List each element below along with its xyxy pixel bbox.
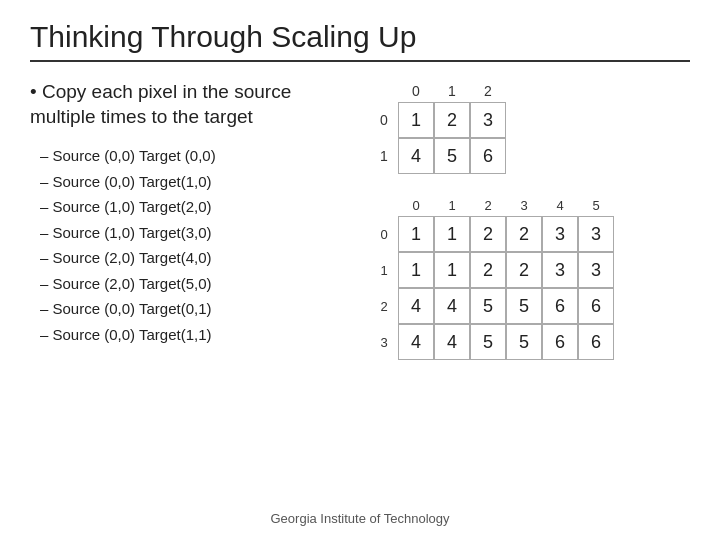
source-col-header: 2 (470, 80, 506, 102)
target-col-header: 2 (470, 194, 506, 216)
target-cell: 1 (434, 252, 470, 288)
target-col-header: 3 (506, 194, 542, 216)
table-row: 1112233 (370, 252, 614, 288)
right-column: 012 01231456 012345 (370, 80, 690, 501)
target-cell: 4 (398, 324, 434, 360)
table-row: 0123 (370, 102, 506, 138)
source-cell: 5 (434, 138, 470, 174)
target-row-label: 2 (370, 288, 398, 324)
target-grid-wrapper: 012345 0112233111223324455663445566 (370, 194, 614, 360)
target-cell: 6 (578, 324, 614, 360)
target-grid-container: 012345 0112233111223324455663445566 (370, 194, 690, 360)
target-cell: 2 (470, 216, 506, 252)
list-item: Source (2,0) Target(5,0) (40, 271, 360, 297)
target-row-label: 0 (370, 216, 398, 252)
target-cell: 4 (434, 288, 470, 324)
target-cell: 1 (398, 216, 434, 252)
target-cell: 4 (398, 288, 434, 324)
source-header-spacer (370, 80, 398, 102)
target-header-spacer (370, 194, 398, 216)
content-row: Copy each pixel in the source multiple t… (30, 80, 690, 501)
target-cell: 3 (578, 216, 614, 252)
list-item: Source (2,0) Target(4,0) (40, 245, 360, 271)
target-cell: 6 (542, 288, 578, 324)
target-col-header: 4 (542, 194, 578, 216)
list-item: Source (0,0) Target(0,1) (40, 296, 360, 322)
target-cell: 5 (470, 324, 506, 360)
target-cell: 5 (506, 324, 542, 360)
page: Thinking Through Scaling Up Copy each pi… (0, 0, 720, 540)
table-row: 3445566 (370, 324, 614, 360)
table-row: 0112233 (370, 216, 614, 252)
target-row-label: 1 (370, 252, 398, 288)
source-cell: 3 (470, 102, 506, 138)
title-section: Thinking Through Scaling Up (30, 20, 690, 62)
source-row-label: 1 (370, 138, 398, 174)
target-cell: 2 (506, 216, 542, 252)
page-title: Thinking Through Scaling Up (30, 20, 690, 54)
source-grid-container: 012 01231456 (370, 80, 690, 174)
target-cell: 3 (578, 252, 614, 288)
bullet-point: Copy each pixel in the source multiple t… (30, 80, 360, 129)
target-cell: 3 (542, 252, 578, 288)
table-row: 2445566 (370, 288, 614, 324)
source-cell: 4 (398, 138, 434, 174)
list-item: Source (1,0) Target(3,0) (40, 220, 360, 246)
footer: Georgia Institute of Technology (30, 511, 690, 530)
list-item: Source (0,0) Target(1,0) (40, 169, 360, 195)
target-cell: 6 (578, 288, 614, 324)
source-cell: 1 (398, 102, 434, 138)
target-cell: 2 (506, 252, 542, 288)
list-item: Source (0,0) Target (0,0) (40, 143, 360, 169)
source-col-header: 0 (398, 80, 434, 102)
target-col-header: 0 (398, 194, 434, 216)
source-col-header: 1 (434, 80, 470, 102)
target-cell: 5 (470, 288, 506, 324)
target-col-header: 5 (578, 194, 614, 216)
source-row-label: 0 (370, 102, 398, 138)
left-column: Copy each pixel in the source multiple t… (30, 80, 360, 501)
target-cell: 6 (542, 324, 578, 360)
source-cell: 2 (434, 102, 470, 138)
source-grid-wrapper: 012 01231456 (370, 80, 506, 174)
target-row-label: 3 (370, 324, 398, 360)
target-cell: 3 (542, 216, 578, 252)
list-item: Source (0,0) Target(1,1) (40, 322, 360, 348)
source-cell: 6 (470, 138, 506, 174)
target-cell: 4 (434, 324, 470, 360)
target-cell: 1 (398, 252, 434, 288)
target-cell: 2 (470, 252, 506, 288)
list-item: Source (1,0) Target(2,0) (40, 194, 360, 220)
target-cell: 1 (434, 216, 470, 252)
sub-list: Source (0,0) Target (0,0)Source (0,0) Ta… (30, 143, 360, 347)
target-col-header: 1 (434, 194, 470, 216)
table-row: 1456 (370, 138, 506, 174)
target-cell: 5 (506, 288, 542, 324)
